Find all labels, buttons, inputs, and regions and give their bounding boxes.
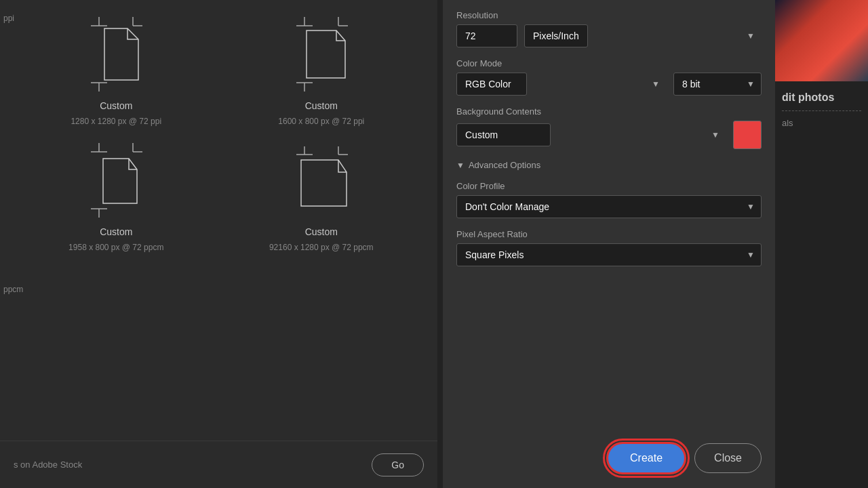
right-panel: Resolution Pixels/Inch Pixels/cm ▼ Color… [443,0,775,488]
chevron-down-icon: ▼ [456,161,465,170]
panel-divider [437,0,443,488]
background-select[interactable]: Custom White Black Background Color Tran… [456,123,551,146]
document-icon-1 [79,14,153,95]
document-grid: ppi Custom 1280 x 1280 px @ 72 ppi [0,0,437,266]
panel-subtitle: als [782,118,861,128]
doc-label-1: Custom [100,100,132,111]
chevron-down-icon: ▼ [711,130,719,140]
doc-sublabel-3: 1958 x 800 px @ 72 ppcm [68,243,163,252]
color-mode-row: RGB Color CMYK Color Grayscale Lab Color… [456,73,762,96]
bit-depth-wrapper: 8 bit 16 bit 32 bit ▼ [673,73,762,96]
background-row: Custom White Black Background Color Tran… [456,121,762,149]
list-item[interactable]: ppcm Custom 1958 x 800 px @ 72 ppcm [20,140,212,252]
far-right-panel: dit photos als [775,0,868,488]
doc-label-3: Custom [100,226,132,237]
list-item[interactable]: Custom 92160 x 1280 px @ 72 ppcm [226,140,418,252]
edge-text-1: ppi [3,14,14,23]
bottom-bar: s on Adobe Stock Go [0,441,437,488]
pixel-ratio-wrapper: Square Pixels D1/DV NTSC (0.91) D1/DV PA… [456,243,762,266]
pixel-ratio-label: Pixel Aspect Ratio [456,229,762,239]
pixel-ratio-select[interactable]: Square Pixels D1/DV NTSC (0.91) D1/DV PA… [456,243,762,266]
edge-text-3: ppcm [3,285,23,294]
document-icon-3 [79,140,153,221]
panel-text-area: dit photos als [775,81,868,138]
color-profile-label: Color Profile [456,181,762,191]
resolution-group: Resolution Pixels/Inch Pixels/cm ▼ [456,10,762,47]
search-hint-text: s on Adobe Stock [14,460,361,470]
document-icon-2 [284,14,359,95]
resolution-unit-wrapper: Pixels/Inch Pixels/cm ▼ [524,24,762,47]
color-profile-group: Color Profile Don't Color Manage sRGB IE… [456,181,762,218]
chevron-down-icon: ▼ [747,31,755,41]
panel-divider-line [782,110,861,111]
panel-image [775,0,868,81]
pixel-ratio-group: Pixel Aspect Ratio Square Pixels D1/DV N… [456,229,762,266]
background-label: Background Contents [456,106,762,117]
doc-label-2: Custom [305,100,338,111]
document-icon-4 [284,140,359,221]
background-wrapper: Custom White Black Background Color Tran… [456,123,726,146]
doc-sublabel-1: 1280 x 1280 px @ 72 ppi [71,117,161,126]
resolution-row: Pixels/Inch Pixels/cm ▼ [456,24,762,47]
close-button[interactable]: Close [694,443,762,473]
resolution-label: Resolution [456,10,762,20]
doc-label-4: Custom [305,226,338,237]
color-mode-label: Color Mode [456,58,762,68]
panel-title: dit photos [782,92,861,104]
chevron-down-icon: ▼ [652,79,660,89]
color-mode-select[interactable]: RGB Color CMYK Color Grayscale Lab Color… [456,73,527,96]
doc-sublabel-2: 1600 x 800 px @ 72 ppi [278,117,364,126]
color-profile-select[interactable]: Don't Color Manage sRGB IEC61966-2.1 Ado… [456,195,762,218]
color-profile-wrapper: Don't Color Manage sRGB IEC61966-2.1 Ado… [456,195,762,218]
resolution-unit-select[interactable]: Pixels/Inch Pixels/cm [524,24,588,47]
color-mode-group: Color Mode RGB Color CMYK Color Grayscal… [456,58,762,96]
list-item[interactable]: Custom 1600 x 800 px @ 72 ppi [226,14,418,126]
go-button[interactable]: Go [372,453,424,476]
bit-depth-select[interactable]: 8 bit 16 bit 32 bit [673,73,762,96]
advanced-options-label: Advanced Options [469,160,540,170]
create-button[interactable]: Create [606,442,686,474]
doc-sublabel-4: 92160 x 1280 px @ 72 ppcm [269,243,374,252]
background-color-swatch[interactable] [733,121,762,149]
button-row: Create Close [606,442,762,474]
left-panel: ppi Custom 1280 x 1280 px @ 72 ppi [0,0,437,488]
advanced-options-toggle[interactable]: ▼ Advanced Options [456,160,762,170]
resolution-input[interactable] [456,24,517,47]
color-mode-wrapper: RGB Color CMYK Color Grayscale Lab Color… [456,73,667,96]
background-group: Background Contents Custom White Black B… [456,106,762,149]
list-item[interactable]: ppi Custom 1280 x 1280 px @ 72 ppi [20,14,212,126]
